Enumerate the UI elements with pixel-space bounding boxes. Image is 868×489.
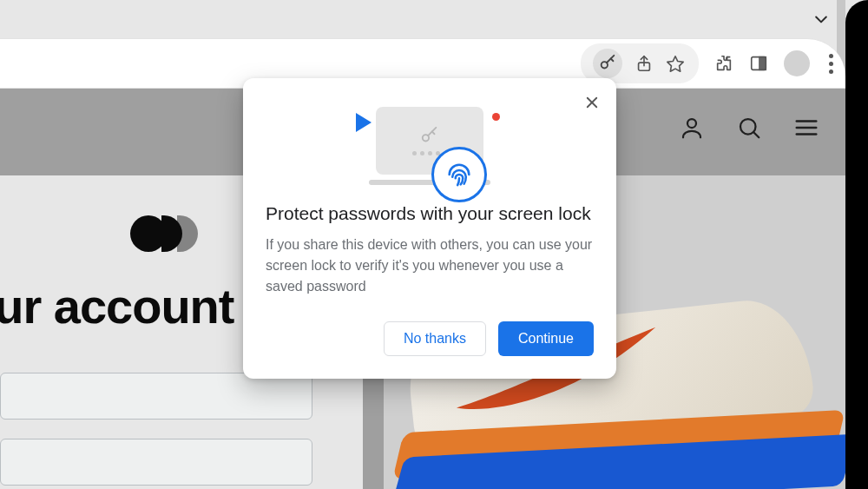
key-icon[interactable] [593,49,622,78]
svg-marker-2 [667,56,683,71]
fingerprint-icon [431,147,487,202]
red-dot-icon [492,113,500,121]
device-bezel [845,0,868,489]
popup-title: Protect passwords with your screen lock [266,203,594,224]
screen-lock-popup: Protect passwords with your screen lock … [243,78,616,379]
extensions-icon[interactable] [714,54,733,73]
kebab-menu-icon[interactable] [825,54,837,74]
no-thanks-button[interactable]: No thanks [384,321,486,356]
side-panel-icon[interactable] [749,54,768,73]
profile-avatar[interactable] [784,50,810,76]
chevron-down-icon[interactable] [809,10,833,31]
share-icon[interactable] [635,54,654,73]
popup-illustration [266,94,594,198]
svg-rect-4 [760,57,766,70]
continue-button[interactable]: Continue [498,321,594,356]
key-icon [415,127,444,146]
popup-body: If you share this device with others, yo… [266,235,594,297]
star-icon[interactable] [666,54,685,73]
